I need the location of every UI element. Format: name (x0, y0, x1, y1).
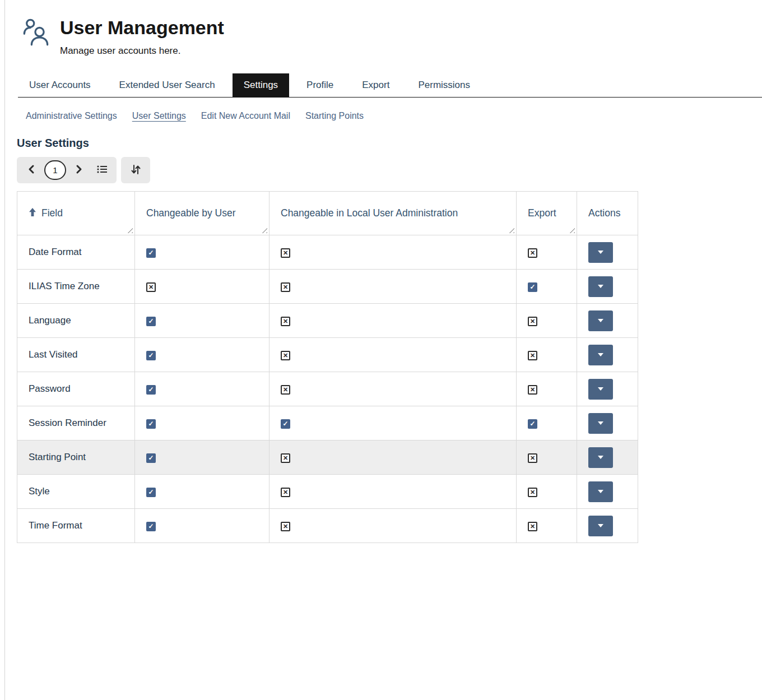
checkbox-crossed-icon (528, 453, 537, 463)
column-resize-handle[interactable] (127, 227, 133, 233)
table-row: Last Visited (17, 338, 638, 372)
actions-dropdown-button[interactable] (588, 516, 613, 536)
view-controls: 1 (17, 157, 762, 183)
table-row: Style (17, 475, 638, 509)
column-header-actions: Actions (577, 192, 638, 235)
checkbox-crossed-icon (281, 282, 290, 292)
checkbox-checked-icon (146, 488, 156, 497)
subtab-edit-new-account-mail[interactable]: Edit New Account Mail (201, 111, 290, 121)
chevron-right-icon (76, 164, 82, 176)
subtab-administrative-settings[interactable]: Administrative Settings (26, 111, 117, 121)
checkbox-crossed-icon (528, 488, 537, 497)
subtab-bar: Administrative SettingsUser SettingsEdit… (26, 111, 762, 121)
checkbox-crossed-icon (281, 385, 290, 395)
checkbox-crossed-icon (146, 282, 156, 292)
checkbox-checked-icon (146, 419, 156, 429)
caret-down-icon (598, 456, 603, 459)
caret-down-icon (598, 421, 603, 425)
page-subtitle: Manage user accounts here. (60, 45, 224, 57)
page-header: User Management Manage user accounts her… (20, 17, 762, 57)
sort-group (121, 157, 150, 183)
column-resize-handle[interactable] (569, 227, 575, 233)
sort-button[interactable] (126, 159, 146, 182)
column-header-changeable-by-user[interactable]: Changeable by User (135, 192, 270, 235)
table-row: ILIAS Time Zone (17, 270, 638, 304)
checkbox-checked-icon (146, 385, 156, 395)
table-row: Starting Point (17, 441, 638, 475)
column-header-field[interactable]: Field (17, 192, 135, 235)
checkbox-crossed-icon (281, 248, 290, 258)
field-label: Date Format (29, 247, 81, 257)
column-resize-handle[interactable] (508, 227, 514, 233)
user-settings-table: Field Changeable by User Changeable in L… (17, 191, 638, 543)
table-row: Time Format (17, 509, 638, 543)
caret-down-icon (598, 490, 603, 493)
checkbox-crossed-icon (528, 351, 537, 360)
settings-table-body: Date Format ILIAS Time Zone Language (17, 235, 638, 543)
table-row: Session Reminder (17, 406, 638, 441)
checkbox-crossed-icon (281, 488, 290, 497)
tab-settings[interactable]: Settings (233, 73, 289, 97)
actions-dropdown-button[interactable] (588, 276, 613, 297)
current-page-button[interactable]: 1 (44, 160, 66, 180)
tab-export[interactable]: Export (351, 73, 401, 97)
caret-down-icon (598, 387, 603, 391)
section-heading: User Settings (17, 137, 762, 150)
field-label: Password (29, 383, 71, 394)
checkbox-checked-icon (146, 248, 156, 258)
checkbox-crossed-icon (528, 522, 537, 531)
actions-dropdown-button[interactable] (588, 242, 613, 263)
field-label: Session Reminder (29, 418, 106, 428)
field-label: Starting Point (29, 452, 86, 462)
tab-profile[interactable]: Profile (295, 73, 345, 97)
caret-down-icon (598, 353, 603, 356)
table-header-row: Field Changeable by User Changeable in L… (17, 192, 638, 235)
previous-page-button[interactable] (21, 159, 41, 182)
actions-dropdown-button[interactable] (588, 310, 613, 331)
page-left-border (4, 0, 5, 700)
checkbox-checked-icon (146, 522, 156, 531)
subtab-starting-points[interactable]: Starting Points (305, 111, 364, 121)
column-header-export[interactable]: Export (517, 192, 577, 235)
rows-per-page-button[interactable] (92, 159, 112, 182)
actions-dropdown-button[interactable] (588, 481, 613, 502)
sort-ascending-arrow-icon (29, 207, 36, 220)
caret-down-icon (598, 251, 603, 254)
checkbox-checked-icon (146, 453, 156, 463)
subtab-user-settings[interactable]: User Settings (132, 111, 186, 121)
checkbox-crossed-icon (281, 453, 290, 463)
tab-extended-user-search[interactable]: Extended User Search (108, 73, 226, 97)
checkbox-checked-icon (528, 282, 537, 292)
checkbox-crossed-icon (281, 317, 290, 326)
sort-icon (130, 164, 141, 177)
actions-dropdown-button[interactable] (588, 413, 613, 434)
chevron-left-icon (28, 164, 35, 176)
caret-down-icon (598, 524, 603, 527)
tab-permissions[interactable]: Permissions (407, 73, 481, 97)
actions-dropdown-button[interactable] (588, 379, 613, 400)
list-icon (97, 165, 108, 175)
caret-down-icon (598, 319, 603, 322)
checkbox-checked-icon (146, 317, 156, 326)
table-row: Language (17, 304, 638, 338)
table-row: Password (17, 372, 638, 406)
checkbox-crossed-icon (281, 351, 290, 360)
actions-dropdown-button[interactable] (588, 447, 613, 468)
pagination-group: 1 (17, 157, 117, 183)
column-header-changeable-local[interactable]: Changeable in Local User Administration (270, 192, 517, 235)
next-page-button[interactable] (69, 159, 89, 182)
checkbox-crossed-icon (281, 522, 290, 531)
field-label: Language (29, 315, 71, 326)
column-resize-handle[interactable] (261, 227, 267, 233)
tab-user-accounts[interactable]: User Accounts (18, 73, 102, 97)
actions-dropdown-button[interactable] (588, 345, 613, 365)
users-icon (20, 18, 52, 48)
field-label: Time Format (29, 520, 82, 531)
checkbox-checked-icon (146, 351, 156, 360)
caret-down-icon (598, 285, 603, 288)
checkbox-crossed-icon (528, 317, 537, 326)
table-row: Date Format (17, 235, 638, 270)
checkbox-crossed-icon (528, 248, 537, 258)
field-label: Last Visited (29, 349, 78, 360)
checkbox-checked-icon (528, 419, 537, 429)
